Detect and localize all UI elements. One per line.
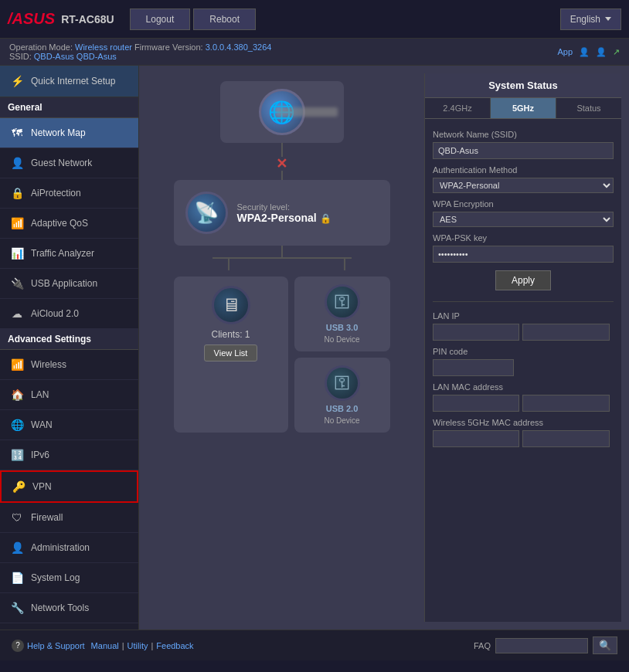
ssid-value-link[interactable]: QBD-Asus <box>34 52 74 61</box>
faq-search-button[interactable]: 🔍 <box>593 636 617 654</box>
manual-link[interactable]: Manual <box>91 641 119 650</box>
clients-count: Clients: 1 <box>211 329 250 340</box>
wireless-icon: 📶 <box>9 357 25 372</box>
usb30-status: No Device <box>324 335 359 344</box>
sidebar-item-administration[interactable]: 👤 Administration <box>0 533 138 563</box>
lan-icon: 🏠 <box>9 387 25 402</box>
model-name: RT-AC68U <box>61 13 114 25</box>
ipv6-icon: 🔢 <box>9 447 25 463</box>
wireless-5ghz-mac-row <box>433 430 614 447</box>
connection-x-mark: ✕ <box>276 157 287 171</box>
network-map-label: Network Map <box>31 127 86 138</box>
router-info: Security level: WPA2-Personal 🔒 <box>237 202 332 224</box>
reboot-button[interactable]: Reboot <box>193 8 256 30</box>
sidebar-item-firewall[interactable]: 🛡 Firewall <box>0 503 138 533</box>
wireless-5ghz-mac-input2[interactable] <box>522 430 609 447</box>
utility-link[interactable]: Utility <box>128 641 148 650</box>
general-section-label: General <box>0 97 138 118</box>
usb20-node: ⚿ USB 2.0 No Device <box>294 358 390 433</box>
sidebar-item-wireless[interactable]: 📶 Wireless <box>0 350 138 380</box>
security-label: Security level: <box>237 202 332 212</box>
lan-mac-row <box>433 395 614 412</box>
firmware-label: Firmware Version: <box>134 42 206 52</box>
sidebar: ⚡ Quick Internet Setup General 🗺 Network… <box>0 66 139 630</box>
lan-mac-input1[interactable] <box>433 395 519 412</box>
faq-search-input[interactable] <box>495 638 588 653</box>
content-area: 🌐 ✕ 📡 Security level: WPA2-Personal <box>139 66 629 630</box>
info-bar-text: Operation Mode: Wireless router Firmware… <box>9 42 271 61</box>
lan-mac-label: LAN MAC address <box>433 382 614 392</box>
mode-value-link[interactable]: Wireless router <box>75 42 132 52</box>
sidebar-item-network-map[interactable]: 🗺 Network Map <box>0 118 138 148</box>
usb20-status: No Device <box>324 416 359 425</box>
administration-icon: 👤 <box>9 540 25 555</box>
aicloud-label: AiCloud 2.0 <box>31 308 79 319</box>
info-bar-icons: App 👤 👤 ↗ <box>557 47 620 57</box>
sidebar-item-aiprotection[interactable]: 🔒 AiProtection <box>0 178 138 209</box>
mode-label: Operation Mode: <box>9 42 73 52</box>
footer-right: FAQ 🔍 <box>474 636 617 654</box>
sidebar-item-usb-application[interactable]: 🔌 USB Application <box>0 269 138 299</box>
footer-left: ? Help & Support Manual | Utility | Feed… <box>12 640 194 652</box>
app-link[interactable]: App <box>557 47 573 56</box>
network-map-icon: 🗺 <box>9 125 25 141</box>
client-node: 🖥 Clients: 1 View List <box>174 277 288 433</box>
sidebar-item-aicloud[interactable]: ☁ AiCloud 2.0 <box>0 299 138 329</box>
sidebar-item-system-log[interactable]: 📄 System Log <box>0 563 138 593</box>
sidebar-item-ipv6[interactable]: 🔢 IPv6 <box>0 440 138 470</box>
traffic-analyzer-label: Traffic Analyzer <box>31 248 94 259</box>
sidebar-item-adaptive-qos[interactable]: 📶 Adaptive QoS <box>0 209 138 239</box>
feedback-link[interactable]: Feedback <box>156 641 193 650</box>
system-status-panel: System Status 2.4GHz 5GHz Status Network… <box>424 73 621 622</box>
apply-button[interactable]: Apply <box>495 270 551 290</box>
tab-status[interactable]: Status <box>556 98 621 118</box>
wan-label: WAN <box>31 419 53 430</box>
footer: ? Help & Support Manual | Utility | Feed… <box>0 630 629 660</box>
sidebar-item-network-tools[interactable]: 🔧 Network Tools <box>0 593 138 623</box>
lan-ip-input2[interactable] <box>522 324 609 341</box>
bottom-row: 🖥 Clients: 1 View List ⚿ USB 3.0 No Devi… <box>174 277 390 433</box>
language-selector[interactable]: English <box>560 8 621 30</box>
footer-pipe2: | <box>151 641 153 650</box>
help-support-link[interactable]: Help & Support <box>27 641 85 650</box>
quick-setup-label: Quick Internet Setup <box>31 76 115 87</box>
network-name-input[interactable] <box>433 142 614 159</box>
lan-ip-input1[interactable] <box>433 324 519 341</box>
header-buttons: Logout Reboot <box>130 8 560 30</box>
logout-button[interactable]: Logout <box>130 8 191 30</box>
view-list-button[interactable]: View List <box>204 344 258 361</box>
tab-5ghz[interactable]: 5GHz <box>491 98 556 118</box>
administration-label: Administration <box>31 542 90 553</box>
usb-application-label: USB Application <box>31 278 97 289</box>
wireless-5ghz-mac-input1[interactable] <box>433 430 519 447</box>
wireless-label: Wireless <box>31 359 66 370</box>
usb30-node: ⚿ USB 3.0 No Device <box>294 277 390 351</box>
lock-icon: 🔒 <box>320 213 332 224</box>
language-button[interactable]: English <box>560 8 621 30</box>
share-icon: ↗ <box>613 47 620 57</box>
ssid-value2-link[interactable]: QBD-Asus <box>76 52 117 61</box>
sidebar-item-quick-setup[interactable]: ⚡ Quick Internet Setup <box>0 66 138 97</box>
usb20-label: USB 2.0 <box>326 404 359 413</box>
tab-24ghz[interactable]: 2.4GHz <box>425 98 491 118</box>
header: /ASUS RT-AC68U Logout Reboot English <box>0 0 629 39</box>
branch-connector <box>174 246 390 270</box>
sidebar-item-wan[interactable]: 🌐 WAN <box>0 410 138 440</box>
sidebar-item-traffic-analyzer[interactable]: 📊 Traffic Analyzer <box>0 239 138 269</box>
panel-title: System Status <box>425 73 621 98</box>
firmware-value-link[interactable]: 3.0.0.4.380_3264 <box>206 42 272 52</box>
sidebar-item-guest-network[interactable]: 👤 Guest Network <box>0 148 138 178</box>
sidebar-item-lan[interactable]: 🏠 LAN <box>0 380 138 410</box>
sidebar-item-vpn[interactable]: 🔑 VPN <box>0 470 138 503</box>
security-name: WPA2-Personal 🔒 <box>237 212 332 224</box>
pin-code-input[interactable] <box>433 359 514 376</box>
auth-method-select[interactable]: WPA2-Personal <box>433 178 614 193</box>
divider-line <box>433 301 614 302</box>
wpa-psk-input[interactable] <box>433 246 614 263</box>
lan-mac-input2[interactable] <box>522 395 609 412</box>
dropdown-arrow-icon <box>605 17 611 21</box>
system-log-label: System Log <box>31 572 80 583</box>
adaptive-qos-icon: 📶 <box>9 216 25 231</box>
wpa-enc-select[interactable]: AES <box>433 212 614 227</box>
auth-method-label: Authentication Method <box>433 165 614 175</box>
